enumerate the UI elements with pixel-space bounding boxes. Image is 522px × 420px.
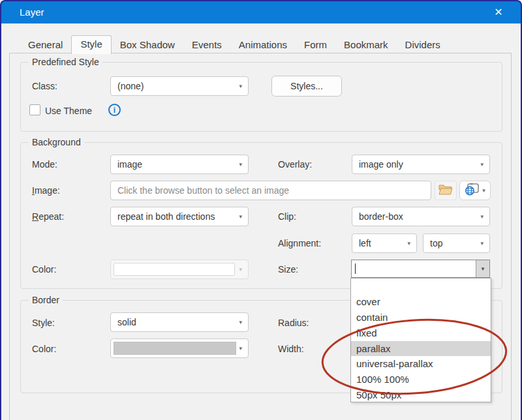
chevron-down-icon: ▾ [478, 214, 489, 220]
bg-color-select: ▾ [110, 260, 249, 279]
image-input[interactable] [110, 181, 431, 200]
close-button[interactable]: ✕ [485, 0, 512, 23]
size-option-cover[interactable]: cover [351, 294, 491, 310]
close-icon: ✕ [494, 6, 502, 18]
browse-folder-button[interactable] [435, 181, 457, 200]
image-label: Image: [32, 185, 60, 196]
chevron-down-icon: ▾ [482, 266, 485, 272]
overlay-select[interactable]: image only ▾ [352, 155, 490, 174]
chevron-down-icon: ▾ [405, 241, 416, 247]
class-select[interactable]: (none) ▾ [110, 76, 249, 96]
alignment-vertical-value: top [423, 238, 478, 248]
clip-label: Clip: [278, 211, 296, 222]
alignment-horizontal-value: left [352, 238, 405, 248]
overlay-label: Overlay: [278, 159, 312, 170]
chevron-down-icon: ▾ [478, 241, 489, 247]
size-option-parallax[interactable]: parallax [351, 341, 491, 357]
class-label: Class: [32, 81, 57, 91]
repeat-label: Repeat: [32, 211, 64, 222]
size-combobox-edit[interactable] [352, 260, 476, 277]
chevron-down-icon: ▾ [236, 320, 248, 325]
alignment-vertical-select[interactable]: top ▾ [423, 233, 490, 253]
chevron-down-icon: ▾ [236, 214, 248, 220]
alignment-label: Alignment: [278, 238, 321, 248]
color-swatch [114, 342, 236, 355]
chevron-down-icon: ▾ [236, 346, 248, 352]
size-option-contain[interactable]: contain [351, 310, 491, 325]
window-title: Layer [20, 7, 44, 18]
tab-box-shadow[interactable]: Box Shadow [112, 37, 183, 53]
chevron-down-icon: ▾ [482, 188, 485, 194]
mode-label: Mode: [32, 159, 57, 170]
tab-general[interactable]: General [20, 37, 71, 53]
image-source-button[interactable]: ▾ [459, 181, 491, 200]
border-color-select[interactable]: ▾ [110, 338, 249, 358]
use-theme-label: Use Theme [45, 106, 92, 116]
border-legend: Border [29, 295, 63, 305]
use-theme-checkbox[interactable] [29, 104, 40, 115]
chevron-down-icon: ▾ [236, 267, 248, 273]
mode-select[interactable]: image ▾ [110, 155, 249, 174]
chevron-down-icon: ▾ [236, 83, 248, 89]
border-style-value: solid [111, 317, 236, 327]
styles-button-label: Styles... [290, 81, 323, 91]
size-option-100-100[interactable]: 100% 100% [351, 372, 491, 387]
repeat-select-value: repeat in both directions [111, 211, 236, 222]
folder-icon [438, 184, 453, 198]
tab-bookmark[interactable]: Bookmark [335, 37, 397, 53]
size-option-universal-parallax[interactable]: universal-parallax [351, 356, 491, 372]
web-image-icon [465, 183, 479, 198]
tab-form[interactable]: Form [296, 37, 335, 53]
chevron-down-icon: ▾ [236, 162, 248, 168]
layer-dialog: Layer ✕ General Style Box Shadow Events … [0, 0, 522, 420]
clip-select-value: border-box [352, 211, 478, 222]
text-caret [355, 263, 356, 274]
background-group: Background Mode: image ▾ Overlay: image … [20, 142, 502, 289]
size-combobox[interactable]: ▾ [351, 260, 490, 278]
repeat-select[interactable]: repeat in both directions ▾ [110, 207, 249, 226]
background-legend: Background [29, 137, 84, 147]
size-option-fixed[interactable]: fixed [351, 325, 491, 341]
tab-events[interactable]: Events [183, 37, 230, 53]
tab-dividers[interactable]: Dividers [397, 37, 449, 53]
radius-label: Radius: [278, 318, 309, 328]
border-style-select[interactable]: solid ▾ [110, 312, 249, 332]
class-select-value: (none) [111, 81, 236, 91]
chevron-down-icon: ▾ [478, 162, 489, 168]
size-label: Size: [278, 264, 298, 275]
clip-select[interactable]: border-box ▾ [352, 207, 490, 226]
bg-color-field [114, 263, 235, 276]
titlebar[interactable]: Layer ✕ [0, 0, 522, 23]
size-option-blank[interactable] [351, 278, 491, 294]
mode-select-value: image [111, 159, 236, 170]
width-label: Width: [278, 344, 304, 354]
info-icon[interactable]: i [108, 104, 121, 116]
tab-style[interactable]: Style [71, 35, 111, 54]
border-style-label: Style: [32, 318, 55, 328]
predefined-style-legend: Predefined Style [29, 57, 102, 67]
size-dropdown-list: cover contain fixed parallax universal-p… [350, 278, 491, 402]
border-color-label: Color: [32, 344, 56, 354]
overlay-select-value: image only [352, 159, 478, 170]
styles-button[interactable]: Styles... [271, 76, 342, 97]
size-option-50px-50px[interactable]: 50px 50px [351, 387, 491, 402]
size-combobox-drop-button[interactable]: ▾ [476, 260, 489, 277]
tab-bar: General Style Box Shadow Events Animatio… [20, 35, 449, 53]
bg-color-label: Color: [32, 264, 56, 275]
alignment-horizontal-select[interactable]: left ▾ [352, 233, 417, 253]
predefined-style-group: Predefined Style Class: (none) ▾ Styles.… [20, 62, 502, 132]
tab-animations[interactable]: Animations [230, 37, 296, 53]
